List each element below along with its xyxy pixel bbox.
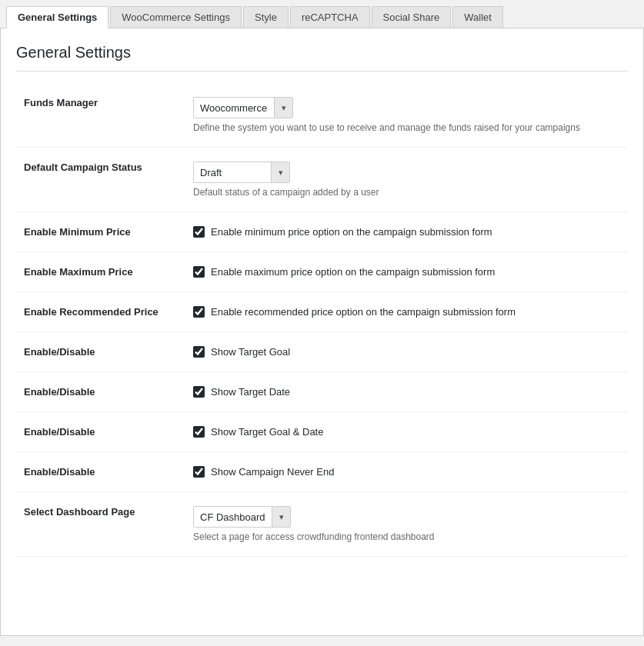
settings-control: Show Campaign Never End [185,452,628,492]
help-text: Define the system you want to use to rec… [193,122,620,133]
settings-table: Funds ManagerWoocommerce▾Define the syst… [16,83,628,557]
checkbox-label: Enable minimum price option on the campa… [211,226,492,238]
checkbox-row: Enable recommended price option on the c… [193,306,620,318]
checkbox-row: Show Target Goal [193,346,620,358]
checkbox-input[interactable] [193,306,205,318]
checkbox-label: Show Campaign Never End [211,466,334,478]
checkbox-input[interactable] [193,466,205,478]
settings-label: Funds Manager [16,83,185,148]
settings-control: Enable maximum price option on the campa… [185,252,628,292]
settings-control: CF Dashboard▾Select a page for access cr… [185,492,628,557]
checkbox-label: Enable maximum price option on the campa… [211,266,495,278]
select-input[interactable]: Woocommerce [194,98,274,118]
settings-row: Enable/DisableShow Target Goal & Date [16,412,628,452]
settings-control: Enable recommended price option on the c… [185,292,628,332]
checkbox-input[interactable] [193,266,205,278]
settings-row: Enable Minimum PriceEnable minimum price… [16,212,628,252]
checkbox-row: Enable minimum price option on the campa… [193,226,620,238]
settings-row: Enable Recommended PriceEnable recommend… [16,292,628,332]
page-title: General Settings [16,44,628,72]
tab-style[interactable]: Style [243,6,289,28]
tab-recaptcha[interactable]: reCAPTCHA [290,6,370,28]
settings-row: Default Campaign StatusDraft▾Default sta… [16,148,628,212]
settings-row: Enable/DisableShow Campaign Never End [16,452,628,492]
settings-row: Enable Maximum PriceEnable maximum price… [16,252,628,292]
checkbox-row: Show Target Goal & Date [193,426,620,438]
settings-label: Select Dashboard Page [16,492,185,557]
checkbox-label: Show Target Goal & Date [211,426,323,438]
select-input[interactable]: CF Dashboard [194,508,272,527]
select-input[interactable]: Draft [194,163,271,182]
settings-label: Enable Recommended Price [16,292,185,332]
settings-row: Enable/DisableShow Target Date [16,372,628,412]
settings-control: Woocommerce▾Define the system you want t… [185,83,628,148]
checkbox-row: Enable maximum price option on the campa… [193,266,620,278]
select-wrapper: CF Dashboard▾ [193,506,291,528]
checkbox-label: Enable recommended price option on the c… [211,306,516,318]
chevron-down-icon: ▾ [274,98,292,118]
settings-control: Enable minimum price option on the campa… [185,212,628,252]
tab-wallet[interactable]: Wallet [452,6,503,28]
settings-control: Draft▾Default status of a campaign added… [185,148,628,212]
checkbox-input[interactable] [193,426,205,438]
settings-label: Enable Maximum Price [16,252,185,292]
chevron-down-icon: ▾ [272,507,290,527]
settings-label: Default Campaign Status [16,148,185,212]
tab-social-share[interactable]: Social Share [372,6,452,28]
checkbox-row: Show Campaign Never End [193,466,620,478]
settings-row: Enable/DisableShow Target Goal [16,332,628,372]
checkbox-row: Show Target Date [193,386,620,398]
tabs-bar: General SettingsWooCommerce SettingsStyl… [0,0,644,28]
settings-label: Enable/Disable [16,332,185,372]
checkbox-label: Show Target Goal [211,346,290,358]
checkbox-input[interactable] [193,226,205,238]
tab-woocommerce-settings[interactable]: WooCommerce Settings [110,6,242,28]
settings-row: Funds ManagerWoocommerce▾Define the syst… [16,83,628,148]
settings-label: Enable/Disable [16,452,185,492]
settings-row: Select Dashboard PageCF Dashboard▾Select… [16,492,628,557]
settings-control: Show Target Date [185,372,628,412]
checkbox-input[interactable] [193,386,205,398]
checkbox-label: Show Target Date [211,386,290,398]
settings-label: Enable Minimum Price [16,212,185,252]
checkbox-input[interactable] [193,346,205,358]
chevron-down-icon: ▾ [271,162,289,182]
tab-general-settings[interactable]: General Settings [6,6,108,28]
main-content: General Settings Funds ManagerWoocommerc… [0,28,644,636]
settings-control: Show Target Goal [185,332,628,372]
help-text: Default status of a campaign added by a … [193,187,620,198]
settings-label: Enable/Disable [16,372,185,412]
select-wrapper: Woocommerce▾ [193,97,293,118]
select-wrapper: Draft▾ [193,162,290,183]
help-text: Select a page for access crowdfunding fr… [193,531,620,542]
settings-label: Enable/Disable [16,412,185,452]
settings-control: Show Target Goal & Date [185,412,628,452]
